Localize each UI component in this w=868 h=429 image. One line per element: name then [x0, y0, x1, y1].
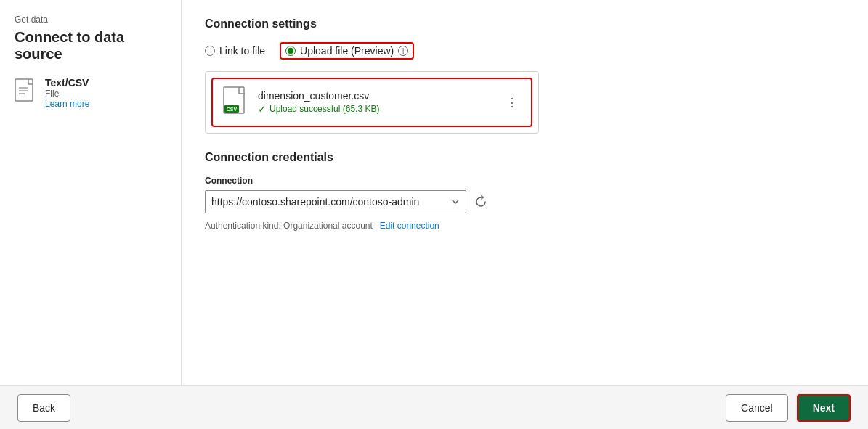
link-to-file-label[interactable]: Link to file [219, 45, 265, 57]
connection-field-label: Connection [205, 176, 845, 186]
svg-rect-0 [15, 79, 33, 101]
file-name: dimension_customer.csv [258, 90, 521, 102]
auth-text: Authentication kind: Organizational acco… [205, 221, 373, 231]
upload-file-radio[interactable] [285, 46, 296, 56]
sidebar-item-textcsv: Text/CSV File Learn more [15, 77, 166, 109]
upload-info-icon[interactable]: i [398, 46, 408, 56]
file-status: ✓ Upload successful (65.3 KB) [258, 103, 521, 115]
footer-left: Back [17, 394, 70, 422]
link-to-file-radio[interactable] [205, 46, 215, 56]
breadcrumb: Get data [15, 15, 166, 25]
svg-text:CSV: CSV [227, 107, 238, 112]
right-content: Connection settings Link to file Upload … [182, 0, 868, 385]
sidebar-item-text: Text/CSV File Learn more [45, 77, 89, 109]
refresh-button[interactable] [472, 193, 490, 211]
radio-upload-file[interactable]: Upload file (Preview) [285, 45, 394, 57]
file-menu-button[interactable]: ⋮ [500, 93, 524, 113]
file-csv-icon: CSV [223, 86, 249, 118]
radio-group: Link to file Upload file (Preview) i [205, 42, 845, 60]
auth-row: Authentication kind: Organizational acco… [205, 219, 845, 231]
learn-more-link[interactable]: Learn more [45, 99, 89, 109]
credentials-title: Connection credentials [205, 151, 845, 164]
file-info: dimension_customer.csv ✓ Upload successf… [258, 90, 521, 115]
edit-connection-link[interactable]: Edit connection [380, 221, 439, 231]
page-title: Connect to data source [15, 29, 166, 62]
credentials-section: Connection credentials Connection https:… [205, 151, 845, 231]
file-status-text: Upload successful (65.3 KB) [269, 104, 379, 114]
next-button[interactable]: Next [797, 394, 851, 422]
cancel-button[interactable]: Cancel [726, 394, 788, 422]
footer: Back Cancel Next [0, 385, 868, 429]
file-card: CSV dimension_customer.csv ✓ Upload succ… [211, 78, 532, 127]
radio-link-to-file[interactable]: Link to file [205, 45, 265, 57]
back-button[interactable]: Back [17, 394, 70, 422]
connection-settings-title: Connection settings [205, 17, 845, 30]
footer-right: Cancel Next [726, 394, 851, 422]
sidebar-item-name: Text/CSV [45, 77, 89, 89]
connection-row: https://contoso.sharepoint.com/contoso-a… [205, 190, 845, 213]
sidebar: Get data Connect to data source Text/CSV… [0, 0, 182, 385]
sidebar-item-type: File [45, 89, 89, 99]
textcsv-icon [15, 78, 38, 102]
upload-success-icon: ✓ [258, 103, 267, 115]
upload-option-container: Upload file (Preview) i [280, 42, 414, 60]
file-upload-area: CSV dimension_customer.csv ✓ Upload succ… [205, 71, 539, 134]
upload-file-label[interactable]: Upload file (Preview) [300, 45, 394, 57]
connection-select[interactable]: https://contoso.sharepoint.com/contoso-a… [205, 190, 466, 213]
